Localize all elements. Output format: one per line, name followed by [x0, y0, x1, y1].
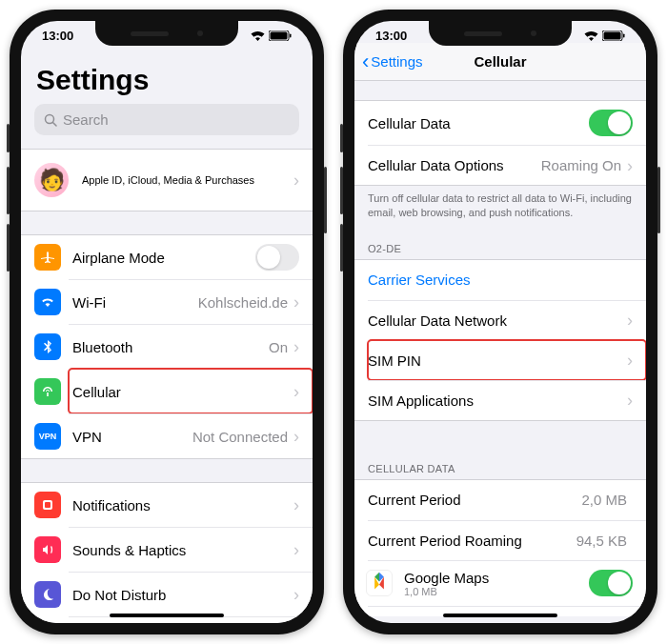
svg-rect-11: [623, 34, 625, 38]
svg-rect-6: [45, 502, 51, 508]
row-label: SIM PIN: [368, 352, 627, 369]
row-label: Do Not Disturb: [72, 587, 293, 603]
chevron-right-icon: ›: [293, 171, 299, 189]
row-value: Kohlscheid.de: [198, 294, 288, 311]
nav-title: Cellular: [474, 53, 526, 70]
svg-line-4: [53, 122, 57, 126]
vpn-icon: VPN: [34, 423, 61, 450]
google-maps-icon: [366, 570, 393, 596]
status-time: 13:00: [42, 29, 73, 43]
row-label: SIM Applications: [368, 392, 627, 409]
apple-id-label: Apple ID, iCloud, Media & Purchases: [82, 174, 293, 186]
chevron-right-icon: ›: [627, 312, 633, 329]
cellular-options-row[interactable]: Cellular Data Options Roaming On ›: [368, 145, 646, 185]
roaming-row: Current Period Roaming 94,5 KB: [368, 520, 646, 560]
wifi-row[interactable]: Wi-Fi Kohlscheid.de ›: [69, 279, 313, 324]
status-time: 13:00: [375, 29, 407, 43]
row-value: 94,5 KB: [576, 533, 627, 549]
cellular-icon: [34, 378, 61, 405]
row-sublabel: 1,0 MB: [404, 586, 589, 597]
avatar: 🧑: [34, 163, 69, 197]
chevron-left-icon: ‹: [362, 50, 369, 74]
page-title: Settings: [21, 43, 313, 104]
chevron-right-icon: ›: [293, 383, 299, 400]
search-icon: [44, 113, 57, 127]
row-label: VPN: [72, 429, 192, 445]
gmaps-toggle[interactable]: [589, 570, 633, 596]
row-label: Bluetooth: [72, 339, 269, 355]
phone-right: 13:00 ‹ Settings Cellular Cellular Data: [343, 10, 657, 634]
row-value: 2,0 MB: [581, 492, 627, 508]
row-label: Notifications: [72, 497, 293, 513]
sim-pin-row[interactable]: SIM PIN ›: [368, 340, 646, 380]
row-value: On: [269, 339, 288, 355]
row-label: Cellular Data Options: [368, 157, 541, 173]
phone-left: 13:00 Settings Search 🧑 Apple ID, iCloud…: [10, 10, 324, 634]
battery-icon: [269, 30, 292, 41]
cellular-network-row[interactable]: Cellular Data Network ›: [368, 300, 646, 340]
cellular-row[interactable]: Cellular ›: [69, 369, 313, 413]
row-value: Not Connected: [192, 429, 288, 445]
search-input[interactable]: Search: [34, 104, 299, 135]
search-placeholder: Search: [63, 111, 109, 128]
dnd-row[interactable]: Do Not Disturb ›: [69, 572, 313, 616]
row-label: Sounds & Haptics: [72, 542, 293, 558]
screentime-row[interactable]: Screen Time ›: [69, 616, 313, 623]
sim-apps-row[interactable]: SIM Applications ›: [368, 380, 646, 420]
home-indicator[interactable]: [110, 614, 224, 617]
chevron-right-icon: ›: [293, 428, 299, 445]
row-label: Wi-Fi: [72, 294, 198, 311]
airplane-icon: [34, 244, 61, 271]
bluetooth-icon: [34, 333, 61, 360]
airplane-toggle[interactable]: [255, 244, 299, 271]
row-label: Current Period: [368, 492, 581, 508]
chevron-right-icon: ›: [627, 352, 633, 369]
airplane-mode-row[interactable]: Airplane Mode: [21, 235, 313, 279]
home-indicator[interactable]: [443, 614, 557, 617]
notifications-icon: [34, 492, 61, 518]
row-label: Cellular: [72, 384, 293, 400]
chevron-right-icon: ›: [293, 541, 299, 558]
back-label: Settings: [371, 53, 422, 70]
row-label: Cellular Data Network: [368, 312, 627, 329]
back-button[interactable]: ‹ Settings: [362, 50, 423, 74]
chevron-right-icon: ›: [627, 392, 633, 409]
svg-rect-2: [290, 34, 292, 38]
wifi-icon: [34, 289, 61, 315]
moon-icon: [34, 581, 61, 608]
chevron-right-icon: ›: [293, 586, 299, 603]
apple-id-row[interactable]: 🧑 Apple ID, iCloud, Media & Purchases ›: [21, 150, 313, 211]
chevron-right-icon: ›: [627, 157, 633, 174]
chevron-right-icon: ›: [293, 496, 299, 513]
google-maps-row[interactable]: Google Maps 1,0 MB: [368, 560, 646, 606]
row-label: Google Maps: [404, 570, 589, 586]
wifi-status-icon: [251, 30, 265, 41]
row-label: Cellular Data: [368, 115, 589, 131]
cellular-data-row[interactable]: Cellular Data: [354, 101, 646, 145]
cellular-data-header: CELLULAR DATA: [354, 450, 646, 479]
cellular-data-toggle[interactable]: [589, 110, 633, 136]
current-period-row: Current Period 2,0 MB: [354, 480, 646, 520]
wifi-status-icon: [584, 30, 598, 41]
status-icons: [251, 29, 292, 43]
sounds-icon: [34, 536, 61, 563]
carrier-header: O2-DE: [354, 230, 646, 259]
row-label: Carrier Services: [368, 272, 633, 288]
battery-icon: [602, 30, 625, 41]
row-label: Current Period Roaming: [368, 533, 576, 549]
bluetooth-row[interactable]: Bluetooth On ›: [69, 324, 313, 369]
row-label: Airplane Mode: [72, 250, 255, 266]
carrier-services-row[interactable]: Carrier Services: [354, 260, 646, 300]
vpn-row[interactable]: VPN VPN Not Connected ›: [69, 413, 313, 458]
cellular-note: Turn off cellular data to restrict all d…: [354, 186, 646, 230]
svg-rect-10: [604, 32, 621, 40]
chevron-right-icon: ›: [293, 293, 299, 311]
chevron-right-icon: ›: [293, 338, 299, 355]
nav-bar: ‹ Settings Cellular: [354, 43, 646, 81]
status-icons: [584, 29, 625, 43]
sounds-row[interactable]: Sounds & Haptics ›: [69, 527, 313, 572]
row-value: Roaming On: [541, 157, 621, 173]
svg-rect-1: [271, 32, 288, 40]
notifications-row[interactable]: Notifications ›: [21, 483, 313, 527]
